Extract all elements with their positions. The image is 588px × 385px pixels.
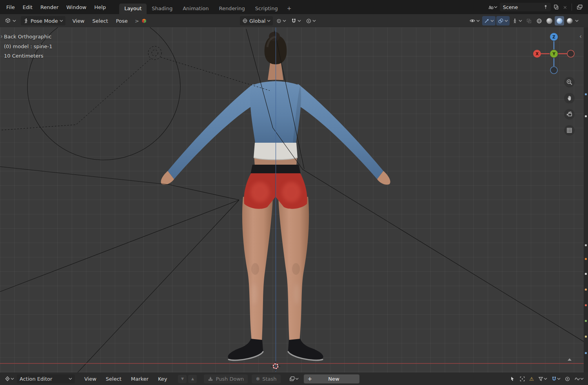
ease-curve-icon (574, 376, 580, 382)
viewport-editor-icon (5, 18, 11, 24)
properties-tab-icon[interactable] (585, 336, 587, 338)
gizmo-z-neg-ball[interactable] (550, 67, 557, 74)
dope-mode-label: Action Editor (20, 376, 66, 382)
tab-rendering[interactable]: Rendering (214, 4, 250, 14)
tab-scripting[interactable]: Scripting (250, 4, 283, 14)
navigation-gizmo[interactable]: Z X Y (533, 33, 574, 74)
chevron-down-icon (519, 20, 522, 22)
zoom-button[interactable] (564, 77, 575, 87)
properties-tab-icon[interactable] (585, 93, 587, 95)
properties-tab-icon[interactable] (585, 258, 587, 260)
dope-editor-type-button[interactable] (3, 374, 15, 383)
viewport-3d[interactable]: Z X Y Back Orthographic (0) model : spin… (0, 27, 588, 372)
add-workspace-button[interactable]: + (283, 3, 296, 14)
properties-tab-icon[interactable] (585, 244, 587, 246)
gizmo-x-neg-ball[interactable] (567, 50, 574, 57)
pose-options-selector[interactable] (510, 16, 524, 25)
orientation-selector[interactable]: Global (240, 16, 273, 25)
dope-mode-selector[interactable]: Action Editor (17, 374, 75, 383)
move-up-button[interactable]: ▲ (188, 375, 197, 383)
dope-sheet-filters: ⚠ (508, 374, 585, 383)
active-object-text: (0) model : spine-1 (4, 42, 53, 52)
sidebar-expand-arrow[interactable]: ‹ (579, 33, 582, 40)
show-hidden-toggle[interactable] (518, 374, 526, 383)
dope-menu-marker[interactable]: Marker (127, 376, 152, 382)
action-options-button[interactable] (288, 374, 300, 383)
chevron-down-icon (283, 20, 286, 22)
new-scene-button[interactable] (552, 2, 561, 12)
object-visibility-selector[interactable] (468, 16, 481, 25)
snap-toggle[interactable] (289, 16, 303, 25)
move-down-button[interactable]: ▼ (178, 375, 187, 383)
pivot-point-selector[interactable] (274, 16, 288, 25)
snapping-dropdown[interactable] (550, 374, 562, 383)
menu-edit[interactable]: Edit (19, 4, 36, 10)
pin-icon[interactable] (543, 4, 548, 10)
push-down-label: Push Down (216, 376, 244, 382)
properties-tab-icon[interactable] (585, 304, 587, 306)
tab-animation[interactable]: Animation (178, 4, 214, 14)
menu-help[interactable]: Help (91, 4, 110, 10)
menu-render[interactable]: Render (36, 4, 62, 10)
chevron-down-icon[interactable] (575, 20, 579, 22)
show-errors-toggle[interactable]: ⚠ (528, 374, 535, 383)
grid-scale-text: 10 Centimeters (4, 51, 53, 61)
toolbar-expand-arrow[interactable]: › (0, 33, 3, 40)
menu-file[interactable]: File (2, 4, 19, 10)
dope-menu-select[interactable]: Select (102, 376, 125, 382)
shading-rendered-button[interactable] (565, 16, 574, 25)
interpolation-dropdown[interactable] (573, 374, 585, 383)
shading-material-button[interactable] (555, 16, 564, 25)
dope-menu-view[interactable]: View (80, 376, 100, 382)
wireframe-sphere-icon (536, 18, 542, 24)
push-down-button[interactable]: Push Down (204, 374, 248, 383)
viewport-canvas[interactable]: Z X Y (0, 27, 588, 372)
only-selected-toggle[interactable] (508, 374, 517, 383)
toggle-ortho-button[interactable] (564, 125, 575, 136)
show-overlays-toggle[interactable] (496, 16, 510, 25)
viewport-menu-select[interactable]: Select (89, 18, 112, 24)
stash-button[interactable]: ❄ Stash (252, 374, 280, 383)
properties-tab-icon[interactable] (585, 352, 587, 354)
properties-editor-strip[interactable] (584, 27, 588, 372)
shoe-left (228, 339, 263, 360)
filter-dropdown[interactable] (537, 374, 548, 383)
corner-expand-icon[interactable] (568, 358, 572, 361)
overlays-icon (498, 18, 504, 24)
chevron-down-icon (11, 378, 14, 380)
shading-wireframe-button[interactable] (534, 16, 544, 25)
properties-tab-icon[interactable] (585, 289, 587, 291)
xray-toggle[interactable] (524, 16, 534, 25)
unlink-scene-button[interactable]: × (562, 2, 568, 12)
camera-view-button[interactable] (564, 109, 575, 120)
pan-button[interactable] (564, 93, 575, 104)
layers-icon (289, 376, 295, 382)
show-gizmo-toggle[interactable] (482, 16, 495, 25)
mode-selector[interactable]: Pose Mode (21, 16, 65, 25)
proportional-edit-toggle[interactable] (563, 374, 572, 383)
menu-window[interactable]: Window (62, 4, 90, 10)
tab-shading[interactable]: Shading (147, 4, 178, 14)
shading-solid-button[interactable] (544, 16, 554, 25)
properties-tab-icon[interactable] (585, 115, 587, 117)
scene-controls: Scene × (486, 0, 588, 14)
blender-window: File Edit Render Window Help Layout Shad… (0, 0, 588, 385)
magnet-icon (291, 18, 297, 24)
properties-tab-icon[interactable] (585, 273, 587, 275)
globe-icon (242, 18, 248, 24)
object-data-icon[interactable] (141, 18, 147, 24)
region-corners-icon (519, 376, 525, 382)
properties-tab-icon[interactable] (585, 320, 587, 322)
chevron-down-icon (69, 378, 72, 380)
viewport-menu-view[interactable]: View (69, 18, 89, 24)
dope-menu-key[interactable]: Key (154, 376, 171, 382)
chevron-down-icon (295, 378, 299, 380)
scene-name-field[interactable]: Scene (500, 3, 551, 11)
tab-layout[interactable]: Layout (119, 4, 147, 14)
proportional-editing-selector[interactable] (304, 16, 318, 25)
scene-datablock-button[interactable] (486, 2, 499, 12)
viewport-menu-pose[interactable]: Pose (112, 18, 132, 24)
new-action-button[interactable]: + New (304, 374, 359, 383)
view-layer-button[interactable] (575, 2, 584, 12)
editor-type-button[interactable] (2, 16, 18, 25)
